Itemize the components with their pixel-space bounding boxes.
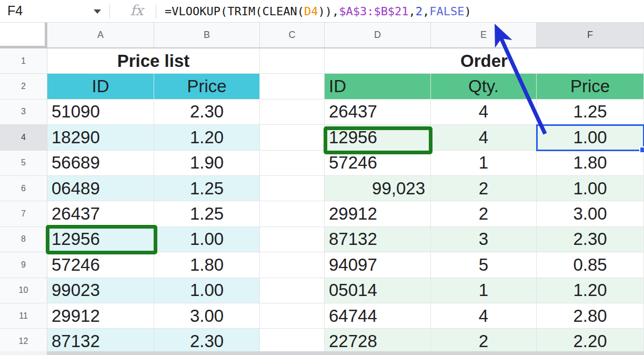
row-header-11[interactable]: 11: [0, 303, 47, 329]
cell-B4[interactable]: 1.20: [154, 125, 260, 150]
cell-F4[interactable]: 1.00: [537, 125, 644, 150]
cell-D12[interactable]: 22728: [325, 329, 431, 354]
cell-B2[interactable]: Price: [154, 74, 260, 99]
row-header-7[interactable]: 7: [0, 201, 47, 226]
cell-A7[interactable]: 26437: [47, 201, 154, 226]
row-header-9[interactable]: 9: [0, 252, 47, 278]
formula-token-cell_ref: D4: [304, 5, 318, 18]
cell-E9[interactable]: 5: [431, 252, 537, 278]
cell-B12[interactable]: 2.30: [154, 329, 260, 354]
cell-C8[interactable]: [260, 227, 325, 252]
formula-token-number: 2: [416, 5, 422, 18]
cell-A6[interactable]: 06489: [47, 176, 154, 201]
cell-F9[interactable]: 0.85: [537, 252, 644, 278]
cell-F3[interactable]: 1.25: [537, 100, 644, 125]
cell-D2[interactable]: ID: [325, 74, 431, 99]
row-header-5[interactable]: 5: [0, 151, 47, 176]
row-header-10[interactable]: 10: [0, 278, 47, 303]
cell-F2[interactable]: Price: [537, 74, 644, 99]
cell-F11[interactable]: 2.80: [537, 303, 644, 329]
cell-E7[interactable]: 2: [431, 201, 537, 226]
formula-token-default: ,: [409, 5, 416, 18]
row-header-8[interactable]: 8: [0, 227, 47, 252]
row-header-2[interactable]: 2: [0, 74, 47, 99]
cell-C6[interactable]: [260, 176, 325, 201]
cell-A3[interactable]: 51090: [47, 100, 154, 125]
name-box-dropdown-icon[interactable]: [94, 9, 101, 14]
column-header-A[interactable]: A: [47, 23, 154, 48]
cell-D3[interactable]: 26437: [325, 100, 431, 125]
cell-C4[interactable]: [260, 125, 325, 150]
cell-D5[interactable]: 57246: [325, 151, 431, 176]
cell-B6[interactable]: 1.25: [154, 176, 260, 201]
cell-A10[interactable]: 99023: [47, 278, 154, 303]
column-header-E[interactable]: E: [431, 23, 537, 48]
column-header-B[interactable]: B: [154, 23, 260, 48]
cell-D4[interactable]: 12956: [325, 125, 431, 150]
cell-B11[interactable]: 3.00: [154, 303, 260, 329]
cell-A2[interactable]: ID: [47, 74, 154, 99]
cell-C1[interactable]: [260, 48, 325, 74]
cell-A12[interactable]: 87132: [47, 329, 154, 354]
row-header-4[interactable]: 4: [0, 125, 47, 150]
cell-E6[interactable]: 2: [431, 176, 537, 201]
cell-D8[interactable]: 87132: [325, 227, 431, 252]
cell-B8[interactable]: 1.00: [154, 227, 260, 252]
cell-D11[interactable]: 64744: [325, 303, 431, 329]
formula-token-range: $A$3:$B$21: [339, 5, 408, 18]
cell-C3[interactable]: [260, 100, 325, 125]
cell-C7[interactable]: [260, 201, 325, 226]
cell-A5[interactable]: 56689: [47, 151, 154, 176]
cell-E4[interactable]: 4: [431, 125, 537, 150]
fill-handle[interactable]: [639, 146, 644, 153]
cell-E3[interactable]: 4: [431, 100, 537, 125]
cell-F5[interactable]: 1.80: [537, 151, 644, 176]
cell-C9[interactable]: [260, 252, 325, 278]
row-header-12[interactable]: 12: [0, 329, 47, 354]
cell-F10[interactable]: 1.20: [537, 278, 644, 303]
column-header-D[interactable]: D: [325, 23, 431, 48]
cell-A1-price-list-title[interactable]: Price list: [47, 48, 260, 74]
cell-D7[interactable]: 29912: [325, 201, 431, 226]
fx-icon: fx: [118, 0, 156, 21]
cell-F8[interactable]: 2.30: [537, 227, 644, 252]
cell-B3[interactable]: 2.30: [154, 100, 260, 125]
cell-F12[interactable]: 2.20: [537, 329, 644, 354]
cell-A9[interactable]: 57246: [47, 252, 154, 278]
cell-A11[interactable]: 29912: [47, 303, 154, 329]
cell-C5[interactable]: [260, 151, 325, 176]
cell-A4[interactable]: 18290: [47, 125, 154, 150]
row-header-6[interactable]: 6: [0, 176, 47, 201]
cell-D10[interactable]: 05014: [325, 278, 431, 303]
column-header-F[interactable]: F: [537, 23, 644, 48]
sheet-grid: ABCDEF1Price listOrder2IDPriceIDQty.Pric…: [0, 23, 644, 355]
column-header-C[interactable]: C: [260, 23, 325, 48]
cell-B10[interactable]: 1.00: [154, 278, 260, 303]
cell-B9[interactable]: 1.80: [154, 252, 260, 278]
cell-E2[interactable]: Qty.: [431, 74, 537, 99]
cell-E8[interactable]: 3: [431, 227, 537, 252]
bottom-edge-scroll-track[interactable]: [47, 351, 644, 355]
name-box[interactable]: F4: [0, 0, 109, 23]
cell-C11[interactable]: [260, 303, 325, 329]
cell-B7[interactable]: 1.25: [154, 201, 260, 226]
row-header-3[interactable]: 3: [0, 100, 47, 125]
cell-D1-order-title[interactable]: Order: [325, 48, 644, 74]
cell-B5[interactable]: 1.90: [154, 151, 260, 176]
cell-A8[interactable]: 12956: [47, 227, 154, 252]
cell-C12[interactable]: [260, 329, 325, 354]
formula-input[interactable]: =VLOOKUP(TRIM(CLEAN(D4)),$A$3:$B$21,2,FA…: [156, 0, 644, 23]
cell-F6[interactable]: 1.00: [537, 176, 644, 201]
cell-D9[interactable]: 94097: [325, 252, 431, 278]
cell-E10[interactable]: 1: [431, 278, 537, 303]
cell-E11[interactable]: 4: [431, 303, 537, 329]
cell-F7[interactable]: 3.00: [537, 201, 644, 226]
select-all-corner[interactable]: [0, 23, 47, 48]
cell-C2[interactable]: [260, 74, 325, 99]
cell-E5[interactable]: 1: [431, 151, 537, 176]
cell-D6[interactable]: 99,023: [325, 176, 431, 201]
row-header-1[interactable]: 1: [0, 48, 47, 74]
cell-C10[interactable]: [260, 278, 325, 303]
cell-E12[interactable]: 2: [431, 329, 537, 354]
formula-token-default: ,: [422, 5, 429, 18]
